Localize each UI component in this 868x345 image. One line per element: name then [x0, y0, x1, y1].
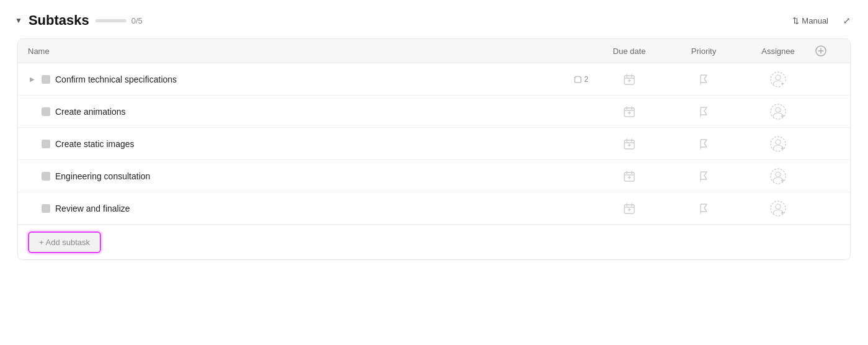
collapse-chevron-icon[interactable]: ▼ — [15, 16, 22, 25]
col-header-assignee: Assignee — [741, 47, 815, 56]
svg-point-23 — [776, 107, 781, 112]
row-expand-button[interactable]: ▶ — [28, 75, 37, 84]
priority-cell[interactable] — [666, 74, 741, 85]
col-header-priority: Priority — [666, 47, 741, 56]
task-name: Engineering consultation — [55, 171, 592, 181]
row-name-cell: Engineering consultation — [28, 171, 592, 181]
sort-icon: ⇅ — [792, 16, 799, 25]
subtask-count-badge[interactable]: 2 — [570, 74, 592, 85]
svg-point-34 — [776, 140, 781, 145]
add-subtask-button[interactable]: + Add subtask — [28, 231, 101, 253]
task-name: Review and finalize — [55, 204, 592, 213]
task-status-dot[interactable] — [42, 140, 50, 148]
priority-cell[interactable] — [666, 203, 741, 214]
col-header-due-date: Due date — [592, 47, 666, 56]
col-header-name: Name — [28, 47, 592, 56]
table-row: ▶ Confirm technical specifications 2 — [18, 63, 850, 96]
priority-cell[interactable] — [666, 138, 741, 150]
expand-icon[interactable]: ⤢ — [841, 13, 853, 28]
manual-sort-button[interactable]: ⇅ Manual — [787, 14, 833, 28]
row-name-cell: ▶ Confirm technical specifications 2 — [28, 74, 592, 85]
task-status-dot[interactable] — [42, 204, 50, 213]
progress-count: 0/5 — [131, 16, 143, 25]
progress-bar-container: 0/5 — [95, 16, 143, 25]
row-name-cell: Create animations — [28, 107, 592, 117]
task-name: Confirm technical specifications — [55, 74, 565, 84]
add-column-cell — [815, 45, 840, 56]
priority-cell[interactable] — [666, 171, 741, 182]
due-date-cell[interactable] — [592, 73, 666, 86]
due-date-cell[interactable] — [592, 105, 666, 118]
assignee-cell[interactable] — [741, 103, 815, 120]
svg-point-56 — [776, 204, 781, 209]
due-date-cell[interactable] — [592, 202, 666, 215]
due-date-cell[interactable] — [592, 170, 666, 182]
table-row: Create animations — [18, 96, 850, 128]
table-row: Create static images — [18, 128, 850, 160]
svg-point-45 — [776, 172, 781, 177]
task-name: Create animations — [55, 107, 592, 117]
progress-bar-track — [95, 19, 126, 22]
section-title: Subtasks — [29, 12, 89, 29]
subtask-count-number: 2 — [584, 75, 588, 84]
svg-point-11 — [776, 75, 781, 80]
assignee-cell[interactable] — [741, 71, 815, 88]
task-status-dot[interactable] — [42, 75, 50, 84]
page-container: ▼ Subtasks 0/5 ⇅ Manual ⤢ Name Due date … — [0, 0, 868, 272]
assignee-cell[interactable] — [741, 135, 815, 153]
table-row: Engineering consultation — [18, 160, 850, 192]
task-status-dot[interactable] — [42, 107, 50, 116]
assignee-cell[interactable] — [741, 168, 815, 185]
manual-label: Manual — [802, 16, 828, 25]
table-footer: + Add subtask — [18, 225, 850, 259]
row-name-cell: Review and finalize — [28, 204, 592, 213]
priority-cell[interactable] — [666, 106, 741, 117]
header-left: ▼ Subtasks 0/5 — [15, 12, 143, 29]
due-date-cell[interactable] — [592, 138, 666, 150]
task-status-dot[interactable] — [42, 172, 50, 181]
assignee-cell[interactable] — [741, 200, 815, 217]
table-row: Review and finalize — [18, 192, 850, 225]
table-header: Name Due date Priority Assignee — [18, 39, 850, 63]
task-name: Create static images — [55, 139, 592, 149]
add-column-button[interactable] — [815, 45, 826, 56]
header-right: ⇅ Manual ⤢ — [787, 13, 853, 28]
subtasks-table: Name Due date Priority Assignee ▶ Confir… — [17, 38, 851, 260]
subtasks-header: ▼ Subtasks 0/5 ⇅ Manual ⤢ — [15, 12, 853, 29]
row-name-cell: Create static images — [28, 139, 592, 149]
